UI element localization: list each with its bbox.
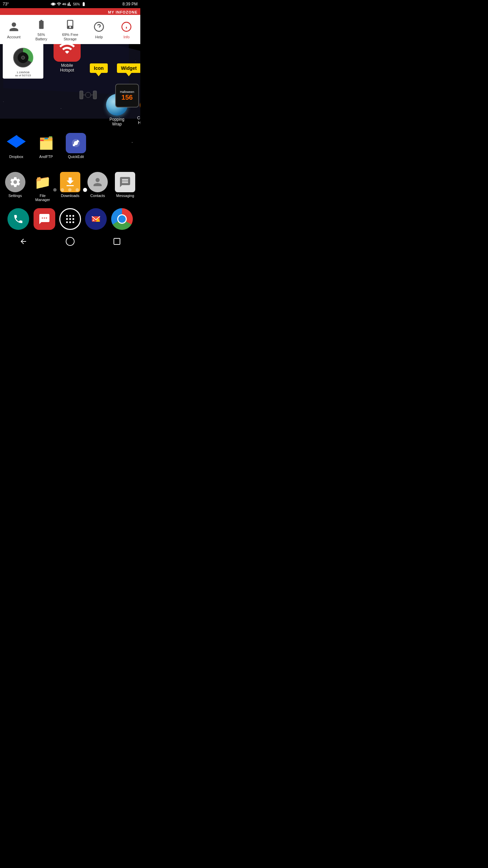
grid-icon: [65, 214, 76, 224]
phone-dock-app[interactable]: [7, 208, 29, 230]
main-content: MY VERIZON Shared Data 1.199/5GB as of 5…: [0, 31, 140, 250]
halloween-widget[interactable]: Halloween 156: [115, 84, 139, 107]
verizon-chart: [4, 46, 42, 70]
infozone-icons: Account 56%Battery 69% FreeStorage: [0, 15, 140, 44]
account-label: Account: [7, 35, 21, 39]
vibrate-icon: [51, 2, 56, 6]
storage-icon: [63, 18, 77, 31]
recents-icon: [113, 238, 121, 245]
info-label: Info: [123, 35, 129, 39]
network-type: 4G: [62, 2, 66, 6]
nav-bar: [0, 233, 140, 250]
page-dot-1[interactable]: [53, 188, 57, 192]
apps-row-4: Settings 📁 FileManager Downloads Contact…: [1, 172, 139, 202]
help-label: Help: [95, 35, 103, 39]
time: 8:39 PM: [122, 2, 138, 6]
page-dot-3[interactable]: [68, 188, 72, 192]
hotspot-label: MobileHotspot: [60, 63, 74, 73]
home-button[interactable]: [63, 235, 77, 248]
info-icon: [120, 20, 133, 34]
back-button[interactable]: [17, 235, 30, 248]
quickedit-label: QuickEdit: [68, 155, 84, 159]
storage-label: 69% FreeStorage: [62, 33, 78, 41]
quickedit-logo: [70, 137, 82, 149]
bluetooth-icon: [45, 2, 50, 6]
app-drawer-button[interactable]: [59, 208, 81, 230]
infozone-storage[interactable]: 69% FreeStorage: [62, 18, 78, 41]
infozone-battery[interactable]: 56%Battery: [35, 18, 48, 41]
downloads-app[interactable]: Downloads: [57, 172, 83, 198]
infozone-info[interactable]: Info: [120, 20, 133, 39]
infozone-account[interactable]: Account: [7, 20, 21, 39]
andftp-label: AndFTP: [39, 155, 53, 159]
account-icon: [7, 20, 21, 34]
settings-label: Settings: [8, 194, 22, 198]
countdown-label: CountdownHalloween: [137, 116, 140, 125]
infozone-title: MY INFOZONE: [0, 9, 140, 15]
dock: A: [0, 205, 140, 233]
svg-point-51: [66, 237, 74, 245]
svg-point-44: [73, 218, 74, 220]
verizon-date: as of 5/27/15: [4, 74, 42, 77]
dropbox-label: Dropbox: [9, 155, 23, 159]
file-manager-label: FileManager: [35, 194, 50, 202]
messaging-app[interactable]: Messaging: [112, 172, 138, 198]
chrome-center: [117, 214, 127, 224]
svg-rect-52: [114, 238, 120, 244]
hangouts-dock-app[interactable]: [34, 208, 55, 230]
page-dot-5[interactable]: [83, 188, 87, 192]
svg-point-42: [66, 218, 68, 220]
svg-point-41: [73, 215, 74, 217]
status-bar: 73° 4G 56% 8:39 PM: [0, 0, 140, 8]
page-dots: [0, 188, 140, 192]
andftp-icon: 🗂️: [36, 133, 56, 153]
page-dot-4[interactable]: [76, 188, 79, 192]
verizon-usage: 1.199/5GB: [4, 71, 42, 74]
contacts-app[interactable]: Contacts: [85, 172, 110, 198]
svg-text:A: A: [93, 219, 95, 222]
dropbox-app[interactable]: Dropbox: [3, 133, 30, 159]
battery-icon: [81, 2, 86, 6]
temperature: 73°: [3, 2, 9, 6]
battery-info-icon: [35, 18, 48, 31]
widget-label-bubble: Widget: [117, 63, 140, 73]
quickedit-icon: [66, 133, 86, 153]
message-icon: [119, 176, 131, 188]
dropbox-icon: [6, 133, 26, 153]
help-icon: [92, 20, 106, 34]
download-arrow-icon: [64, 176, 76, 188]
svg-point-47: [73, 221, 74, 223]
downloads-label: Downloads: [61, 194, 79, 198]
recents-button[interactable]: [110, 235, 124, 248]
svg-point-45: [66, 221, 68, 223]
halloween-widget-title: Halloween: [120, 90, 134, 94]
battery-percent: 56%: [73, 2, 80, 6]
gsuite-icon: A: [90, 213, 102, 225]
back-icon: [19, 237, 27, 245]
status-icons: 4G 56%: [45, 2, 86, 6]
apps-row-3: Dropbox 🗂️ AndFTP QuickEdit: [3, 133, 89, 159]
icon-label-bubble: Icon: [90, 63, 108, 73]
svg-point-40: [69, 215, 71, 217]
chat-icon: [38, 213, 50, 225]
page-dot-2[interactable]: [61, 188, 64, 192]
svg-point-46: [69, 221, 71, 223]
settings-app[interactable]: Settings: [2, 172, 28, 198]
file-manager-app[interactable]: 📁 FileManager: [30, 172, 56, 202]
messaging-label: Messaging: [116, 194, 134, 198]
dropbox-logo: [7, 134, 26, 153]
home-circle-icon: [65, 237, 75, 246]
andftp-app[interactable]: 🗂️ AndFTP: [33, 133, 60, 159]
svg-point-39: [66, 215, 68, 217]
gear-icon: [9, 176, 21, 188]
chrome-dock-app[interactable]: [111, 208, 133, 230]
quickedit-app[interactable]: QuickEdit: [62, 133, 89, 159]
contacts-label: Contacts: [90, 194, 105, 198]
svg-point-43: [69, 218, 71, 220]
signal-icon: [67, 2, 72, 6]
halloween-widget-number: 156: [121, 94, 133, 101]
wifi-icon: [57, 2, 61, 6]
gsuite-dock-app[interactable]: A: [85, 208, 107, 230]
person-icon: [92, 176, 104, 188]
infozone-help[interactable]: Help: [92, 20, 106, 39]
